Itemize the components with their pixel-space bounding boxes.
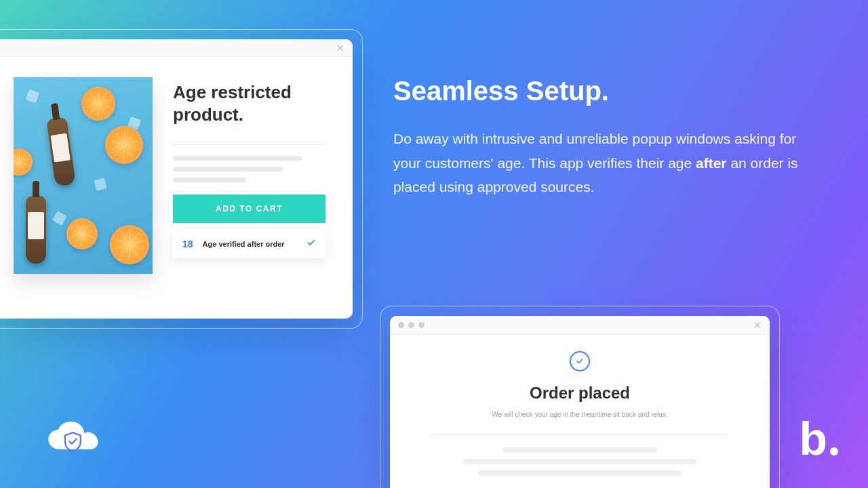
order-window: ✕ Order placed We will check your age in… bbox=[390, 316, 770, 488]
product-title: Age restricted product. bbox=[173, 81, 326, 125]
brand-logo-dot bbox=[830, 447, 838, 455]
marketing-body: Do away with intrusive and unreliable po… bbox=[393, 127, 814, 199]
check-circle-icon bbox=[570, 351, 590, 371]
age-number: 18 bbox=[182, 239, 193, 249]
traffic-lights bbox=[398, 322, 425, 328]
order-window-body: Order placed We will check your age in t… bbox=[390, 335, 770, 476]
traffic-light-icon[interactable] bbox=[408, 322, 414, 328]
product-window: ✕ Age restricted product. bbox=[0, 39, 353, 319]
order-title: Order placed bbox=[431, 384, 729, 403]
check-icon bbox=[307, 238, 316, 250]
divider bbox=[431, 434, 729, 435]
close-icon[interactable]: ✕ bbox=[753, 320, 762, 331]
product-info: Age restricted product. ADD TO CART 18 A… bbox=[173, 77, 326, 298]
cloud-shield-logo bbox=[46, 420, 102, 460]
placeholder-line bbox=[173, 167, 283, 171]
placeholder-line bbox=[463, 459, 696, 464]
product-window-frame: ✕ Age restricted product. bbox=[0, 29, 363, 329]
traffic-light-icon[interactable] bbox=[418, 322, 425, 328]
placeholder-line bbox=[173, 156, 302, 161]
add-to-cart-button[interactable]: ADD TO CART bbox=[173, 195, 326, 223]
placeholder-line bbox=[502, 447, 658, 453]
placeholder-line bbox=[173, 178, 246, 182]
marketing-title: Seamless Setup. bbox=[393, 76, 814, 106]
marketing-copy: Seamless Setup. Do away with intrusive a… bbox=[393, 76, 814, 199]
close-icon[interactable]: ✕ bbox=[336, 43, 344, 54]
window-titlebar: ✕ bbox=[0, 39, 353, 57]
order-subtitle: We will check your age in the meantime s… bbox=[431, 411, 729, 418]
brand-logo: b bbox=[799, 412, 838, 465]
product-window-body: Age restricted product. ADD TO CART 18 A… bbox=[0, 57, 353, 319]
order-window-frame: ✕ Order placed We will check your age in… bbox=[380, 306, 780, 488]
age-verification-row: 18 Age verified after order bbox=[173, 230, 326, 258]
traffic-light-icon[interactable] bbox=[398, 322, 404, 328]
product-image bbox=[14, 77, 153, 274]
marketing-body-bold: after bbox=[696, 155, 727, 171]
placeholder-line bbox=[478, 470, 681, 476]
age-label: Age verified after order bbox=[203, 240, 297, 248]
window-titlebar: ✕ bbox=[390, 316, 770, 335]
brand-logo-letter: b bbox=[799, 412, 827, 465]
divider bbox=[173, 144, 326, 145]
